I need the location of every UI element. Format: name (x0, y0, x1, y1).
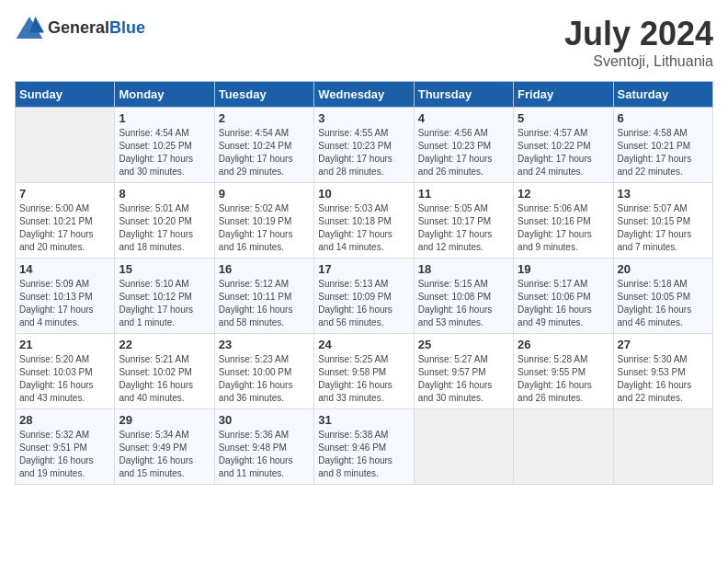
cell-info: Sunrise: 5:15 AMSunset: 10:08 PMDaylight… (418, 278, 509, 329)
calendar-cell: 8Sunrise: 5:01 AMSunset: 10:20 PMDayligh… (115, 183, 214, 259)
cell-info: Sunrise: 5:10 AMSunset: 10:12 PMDaylight… (119, 278, 210, 329)
calendar-cell: 1Sunrise: 4:54 AMSunset: 10:25 PMDayligh… (115, 108, 214, 183)
cell-info: Sunrise: 4:57 AMSunset: 10:22 PMDaylight… (518, 127, 609, 178)
day-header-friday: Friday (514, 82, 613, 108)
calendar-cell: 12Sunrise: 5:06 AMSunset: 10:16 PMDaylig… (514, 183, 613, 259)
calendar-cell: 31Sunrise: 5:38 AMSunset: 9:46 PMDayligh… (314, 409, 414, 485)
day-number: 17 (318, 262, 409, 276)
day-number: 29 (119, 413, 210, 427)
day-number: 3 (318, 111, 409, 125)
cell-info: Sunrise: 5:28 AMSunset: 9:55 PMDaylight:… (518, 353, 609, 405)
day-number: 24 (318, 338, 409, 351)
calendar-cell: 7Sunrise: 5:00 AMSunset: 10:21 PMDayligh… (16, 183, 115, 259)
day-header-tuesday: Tuesday (214, 82, 313, 108)
calendar-cell: 10Sunrise: 5:03 AMSunset: 10:18 PMDaylig… (314, 183, 414, 259)
day-number: 30 (219, 413, 310, 427)
cell-info: Sunrise: 5:23 AMSunset: 10:00 PMDaylight… (219, 353, 310, 405)
day-number: 20 (618, 262, 709, 276)
day-number: 18 (418, 262, 509, 276)
calendar-cell: 30Sunrise: 5:36 AMSunset: 9:48 PMDayligh… (214, 409, 313, 485)
logo-icon (15, 15, 44, 40)
day-number: 16 (219, 262, 310, 276)
calendar-week-3: 14Sunrise: 5:09 AMSunset: 10:13 PMDaylig… (16, 259, 713, 334)
calendar-cell: 6Sunrise: 4:58 AMSunset: 10:21 PMDayligh… (613, 108, 712, 183)
day-number: 8 (119, 187, 210, 201)
calendar-cell: 11Sunrise: 5:05 AMSunset: 10:17 PMDaylig… (414, 183, 513, 259)
calendar-week-4: 21Sunrise: 5:20 AMSunset: 10:03 PMDaylig… (16, 334, 713, 409)
calendar-cell: 22Sunrise: 5:21 AMSunset: 10:02 PMDaylig… (115, 334, 214, 409)
calendar-cell (613, 409, 712, 485)
day-number: 25 (418, 338, 509, 351)
cell-info: Sunrise: 5:13 AMSunset: 10:09 PMDaylight… (318, 278, 409, 329)
calendar-cell: 20Sunrise: 5:18 AMSunset: 10:05 PMDaylig… (613, 259, 712, 334)
day-number: 6 (618, 111, 709, 125)
cell-info: Sunrise: 5:05 AMSunset: 10:17 PMDaylight… (418, 202, 509, 254)
calendar-cell: 27Sunrise: 5:30 AMSunset: 9:53 PMDayligh… (613, 334, 712, 409)
calendar-cell: 18Sunrise: 5:15 AMSunset: 10:08 PMDaylig… (414, 259, 513, 334)
cell-info: Sunrise: 5:34 AMSunset: 9:49 PMDaylight:… (119, 429, 210, 480)
cell-info: Sunrise: 5:09 AMSunset: 10:13 PMDaylight… (19, 278, 110, 329)
logo-text: GeneralBlue (48, 18, 145, 38)
day-header-thursday: Thursday (414, 82, 513, 108)
day-header-sunday: Sunday (16, 82, 115, 108)
calendar-cell (514, 409, 613, 485)
day-number: 19 (518, 262, 609, 276)
calendar-cell: 23Sunrise: 5:23 AMSunset: 10:00 PMDaylig… (214, 334, 313, 409)
day-number: 13 (618, 187, 709, 201)
cell-info: Sunrise: 5:38 AMSunset: 9:46 PMDaylight:… (318, 429, 409, 480)
cell-info: Sunrise: 5:02 AMSunset: 10:19 PMDaylight… (219, 202, 310, 254)
calendar-cell: 5Sunrise: 4:57 AMSunset: 10:22 PMDayligh… (514, 108, 613, 183)
cell-info: Sunrise: 4:54 AMSunset: 10:24 PMDaylight… (219, 127, 310, 178)
day-number: 5 (518, 111, 609, 125)
calendar-cell: 24Sunrise: 5:25 AMSunset: 9:58 PMDayligh… (314, 334, 414, 409)
calendar-location: Sventoji, Lithuania (564, 53, 713, 70)
day-number: 14 (19, 262, 110, 276)
logo: GeneralBlue (15, 15, 145, 40)
calendar-cell (414, 409, 513, 485)
calendar-week-5: 28Sunrise: 5:32 AMSunset: 9:51 PMDayligh… (16, 409, 713, 485)
cell-info: Sunrise: 5:27 AMSunset: 9:57 PMDaylight:… (418, 353, 509, 405)
day-number: 11 (418, 187, 509, 201)
cell-info: Sunrise: 5:12 AMSunset: 10:11 PMDaylight… (219, 278, 310, 329)
cell-info: Sunrise: 4:55 AMSunset: 10:23 PMDaylight… (318, 127, 409, 178)
calendar-cell: 3Sunrise: 4:55 AMSunset: 10:23 PMDayligh… (314, 108, 414, 183)
cell-info: Sunrise: 4:58 AMSunset: 10:21 PMDaylight… (618, 127, 709, 178)
day-number: 4 (418, 111, 509, 125)
calendar-week-1: 1Sunrise: 4:54 AMSunset: 10:25 PMDayligh… (16, 108, 713, 183)
calendar-cell: 14Sunrise: 5:09 AMSunset: 10:13 PMDaylig… (16, 259, 115, 334)
cell-info: Sunrise: 5:06 AMSunset: 10:16 PMDaylight… (518, 202, 609, 254)
cell-info: Sunrise: 4:54 AMSunset: 10:25 PMDaylight… (119, 127, 210, 178)
day-number: 2 (219, 111, 310, 125)
calendar-cell: 25Sunrise: 5:27 AMSunset: 9:57 PMDayligh… (414, 334, 513, 409)
cell-info: Sunrise: 5:20 AMSunset: 10:03 PMDaylight… (19, 353, 110, 405)
logo-general: General (48, 18, 109, 37)
cell-info: Sunrise: 5:32 AMSunset: 9:51 PMDaylight:… (19, 429, 110, 480)
calendar-cell: 21Sunrise: 5:20 AMSunset: 10:03 PMDaylig… (16, 334, 115, 409)
day-header-monday: Monday (115, 82, 214, 108)
day-number: 31 (318, 413, 409, 427)
day-number: 9 (219, 187, 310, 201)
days-header-row: SundayMondayTuesdayWednesdayThursdayFrid… (16, 82, 713, 108)
day-number: 21 (19, 338, 110, 351)
calendar-cell: 17Sunrise: 5:13 AMSunset: 10:09 PMDaylig… (314, 259, 414, 334)
calendar-cell: 13Sunrise: 5:07 AMSunset: 10:15 PMDaylig… (613, 183, 712, 259)
day-number: 27 (618, 338, 709, 351)
cell-info: Sunrise: 5:18 AMSunset: 10:05 PMDaylight… (618, 278, 709, 329)
calendar-cell: 4Sunrise: 4:56 AMSunset: 10:23 PMDayligh… (414, 108, 513, 183)
calendar-cell: 9Sunrise: 5:02 AMSunset: 10:19 PMDayligh… (214, 183, 313, 259)
day-number: 12 (518, 187, 609, 201)
calendar-cell: 19Sunrise: 5:17 AMSunset: 10:06 PMDaylig… (514, 259, 613, 334)
cell-info: Sunrise: 4:56 AMSunset: 10:23 PMDaylight… (418, 127, 509, 178)
cell-info: Sunrise: 5:30 AMSunset: 9:53 PMDaylight:… (618, 353, 709, 405)
day-header-wednesday: Wednesday (314, 82, 414, 108)
cell-info: Sunrise: 5:21 AMSunset: 10:02 PMDaylight… (119, 353, 210, 405)
calendar-cell: 16Sunrise: 5:12 AMSunset: 10:11 PMDaylig… (214, 259, 313, 334)
day-number: 23 (219, 338, 310, 351)
day-number: 22 (119, 338, 210, 351)
page-header: GeneralBlue July 2024 Sventoji, Lithuani… (15, 15, 713, 70)
day-number: 7 (19, 187, 110, 201)
cell-info: Sunrise: 5:01 AMSunset: 10:20 PMDaylight… (119, 202, 210, 254)
title-block: July 2024 Sventoji, Lithuania (564, 15, 713, 70)
cell-info: Sunrise: 5:36 AMSunset: 9:48 PMDaylight:… (219, 429, 310, 480)
calendar-cell: 28Sunrise: 5:32 AMSunset: 9:51 PMDayligh… (16, 409, 115, 485)
